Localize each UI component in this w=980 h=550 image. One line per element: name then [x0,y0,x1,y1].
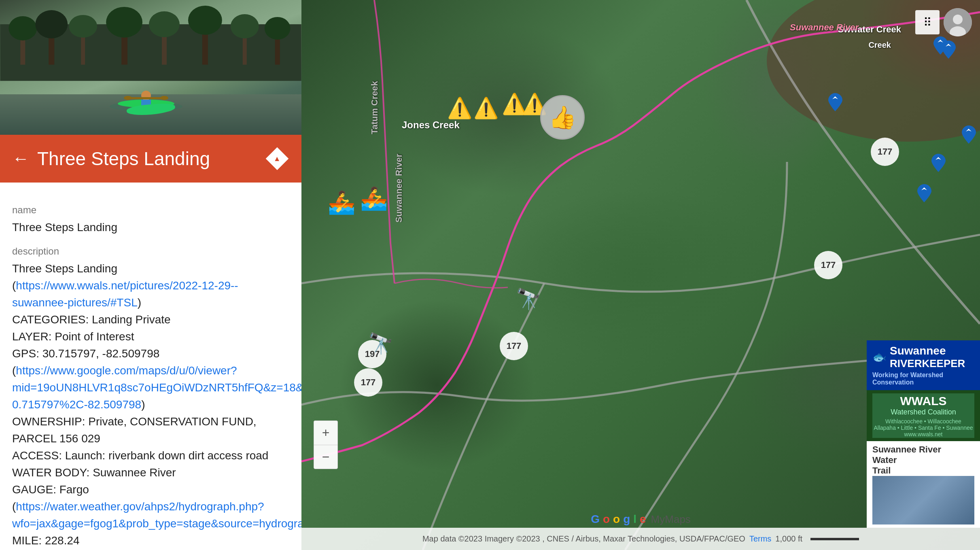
road-177-top: 177 [871,138,899,166]
zoom-out-button[interactable]: − [314,445,338,469]
svg-rect-3 [141,100,151,106]
mile-text: MILE: 228.24 [12,534,80,547]
ownership-text: OWNERSHIP: Private, CONSERVATION FUND, P… [12,415,257,445]
location-photo [0,0,301,135]
svg-point-5 [124,96,132,100]
riverkeeper-widget[interactable]: 🐟 Suwannee RIVERKEEPER Working for Water… [867,340,980,528]
description-link1[interactable]: https://www.wwals.net/pictures/2022-12-2… [12,279,238,309]
wwals-image: WWALS Watershed Coalition Withlacoochee … [872,393,974,438]
rk-title: Suwannee [890,344,965,357]
desc-text2: ) [138,296,141,309]
layer-text: LAYER: Point of Interest [12,330,134,343]
svg-point-16 [8,16,37,40]
detail-content[interactable]: name Three Steps Landing description Thr… [0,183,301,550]
svg-point-23 [265,17,291,40]
gauge-text: GAUGE: Fargo [12,483,89,496]
road-177-left: 177 [354,368,382,397]
scale-text: 1,000 ft [775,534,802,544]
wwals-title: WWALS [874,394,973,408]
hydrograph-link[interactable]: https://water.weather.gov/ahps2/hydrogra… [12,500,301,530]
binoculars-icon-1[interactable]: 🔭 [516,287,541,311]
name-label: name [12,203,289,217]
wwals-section: WWALS Watershed Coalition Withlacoochee … [867,390,980,441]
map-attribution: Map data ©2023 Imagery ©2023 , CNES / Ai… [301,528,980,550]
back-button[interactable]: ← [12,149,29,168]
svg-point-20 [149,11,180,37]
svg-point-21 [188,6,222,35]
map-marker-6[interactable] [917,184,931,204]
svg-point-6 [160,96,168,100]
svg-point-18 [69,15,97,38]
rk-subtitle: Working for Watershed Conservation [872,372,974,386]
svg-point-17 [35,10,68,38]
map-controls-top-right: ⠿ [915,8,972,36]
road-177-mid: 177 [814,251,842,279]
zoom-controls: + − [314,420,338,469]
map-marker-5[interactable] [931,154,946,174]
directions-button[interactable] [265,147,289,171]
riverkeeper-logo: 🐟 Suwannee RIVERKEEPER Working for Water… [867,340,980,390]
warning-icon-1[interactable]: ⚠️ [447,96,472,120]
access-text: ACCESS: Launch: riverbank down dirt acce… [12,449,268,462]
wwals-url: www.wwals.net [874,431,973,437]
warning-icon-2[interactable]: ⚠️ [473,96,498,120]
map-marker-4[interactable] [962,125,976,145]
selected-location-circle[interactable]: 👍 [540,95,585,140]
description-value: Three Steps Landing (https://www.wwals.n… [12,260,289,550]
categories-text: CATEGORIES: Landing Private [12,313,171,326]
grid-button[interactable]: ⠿ [915,10,940,34]
gps-text: GPS: 30.715797, -82.509798 [12,347,159,360]
zoom-in-button[interactable]: + [314,420,338,445]
left-panel: ← Three Steps Landing name Three Steps L… [0,0,301,550]
directions-diamond-icon [266,147,289,170]
header-bar: ← Three Steps Landing [0,135,301,183]
description-label: description [12,244,289,259]
wwals-sub: Withlacoochee • WillacoocheeAllapaha • L… [874,418,973,431]
svg-point-22 [231,14,259,38]
binoculars-icon-2[interactable]: 🔭 [368,332,393,355]
attribution-text: Map data ©2023 Imagery ©2023 , CNES / Ai… [422,534,745,544]
svg-rect-4 [128,97,164,99]
page-title: Three Steps Landing [37,148,257,170]
trail-map-preview [872,476,974,525]
trail-water: Water [872,455,974,465]
scale-bar [810,538,859,540]
svg-point-26 [953,15,963,24]
svg-point-19 [106,7,142,38]
name-value: Three Steps Landing [12,219,289,236]
wwals-full: Watershed Coalition [874,408,973,416]
water-body-text: WATER BODY: Suwannee River [12,466,176,479]
kayak-icon-2[interactable]: 🚣 [360,185,388,212]
map-marker-3[interactable] [942,40,956,60]
trail-trail: Trail [872,465,974,476]
road-177-bot: 177 [500,332,528,360]
kayak-icon-1[interactable]: 🚣 [328,189,356,216]
gps-link[interactable]: https://www.google.com/maps/d/u/0/viewer… [12,364,301,411]
map-background: Swwater Creek Creek Tatum Creek Suwannee… [301,0,980,550]
map-area[interactable]: Swwater Creek Creek Tatum Creek Suwannee… [301,0,980,550]
trail-title: Suwannee River [872,444,974,455]
trail-section: Suwannee River Water Trail [867,441,980,528]
terms-link[interactable]: Terms [749,534,771,544]
user-avatar[interactable] [944,8,972,36]
map-marker-1[interactable] [828,93,842,113]
rk-title2: RIVERKEEPER [890,357,965,370]
